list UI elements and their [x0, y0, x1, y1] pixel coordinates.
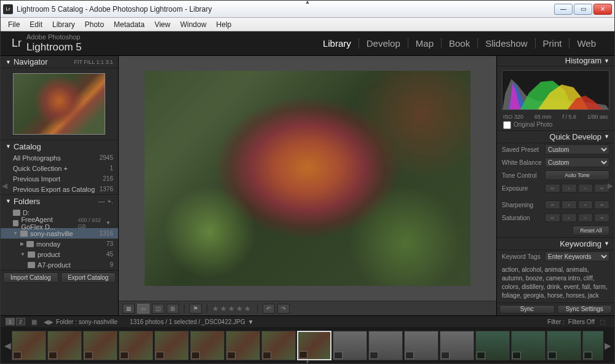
loupe-view[interactable] — [119, 56, 496, 301]
folders-header[interactable]: ▼Folders―+. — [1, 195, 118, 207]
thumb[interactable] — [582, 331, 603, 360]
filter-state[interactable]: Filters Off — [568, 318, 595, 325]
original-photo-check[interactable]: Original Photo — [497, 120, 614, 130]
catalog-header[interactable]: ▼Catalog — [1, 140, 118, 152]
menu-edit[interactable]: Edit — [25, 19, 47, 30]
menu-photo[interactable]: Photo — [80, 19, 109, 30]
module-library[interactable]: Library — [315, 38, 359, 49]
navigator-header[interactable]: ▼ Navigator FIT FILL 1:1 3:1 — [1, 56, 118, 68]
menu-library[interactable]: Library — [47, 19, 80, 30]
filmstrip-right-arrow[interactable]: ▶ — [603, 331, 612, 360]
thumb[interactable] — [190, 331, 224, 360]
exposure-dec[interactable]: ‹ — [561, 184, 577, 192]
sat-dec[interactable]: ‹ — [561, 213, 577, 222]
catalog-previous-import[interactable]: Previous Import216 — [1, 173, 118, 184]
thumb-selected[interactable] — [297, 331, 331, 360]
module-web[interactable]: Web — [569, 38, 603, 49]
thumb[interactable] — [475, 331, 510, 360]
thumb[interactable] — [119, 331, 153, 360]
filter-lock-icon[interactable]: ⬚ — [598, 318, 606, 325]
sharp-dec[interactable]: ‹ — [561, 200, 577, 209]
catalog-quick-collection[interactable]: Quick Collection +1 — [1, 163, 118, 173]
rotate-ccw-button[interactable]: ↶ — [263, 304, 275, 314]
navigator-title: Navigator — [14, 57, 48, 66]
menu-file[interactable]: File — [3, 19, 25, 30]
histogram-header[interactable]: Histogram▼ — [497, 56, 614, 66]
thumb[interactable] — [154, 331, 189, 360]
maximize-button[interactable]: ▭ — [574, 4, 592, 15]
sat-dec2[interactable]: ‹‹ — [545, 213, 560, 222]
thumb[interactable] — [368, 331, 403, 360]
folder-monday[interactable]: ▶monday73 — [1, 239, 118, 249]
thumb[interactable] — [261, 331, 296, 360]
menu-help[interactable]: Help — [212, 19, 237, 30]
exposure-inc[interactable]: › — [578, 184, 593, 192]
module-print[interactable]: Print — [536, 38, 570, 49]
flag-button[interactable]: ⚑ — [189, 304, 202, 314]
thumb[interactable] — [404, 331, 438, 360]
keywording-header[interactable]: Keywording▼ — [497, 238, 614, 250]
exposure-dec2[interactable]: ‹‹ — [545, 184, 560, 192]
filmstrip-left-arrow[interactable]: ◀ — [3, 331, 12, 360]
minimize-button[interactable]: ― — [554, 4, 573, 15]
thumb[interactable] — [226, 331, 260, 360]
thumb[interactable] — [47, 331, 82, 360]
module-develop[interactable]: Develop — [359, 38, 408, 49]
catalog-previous-export[interactable]: Previous Export as Catalog1376 — [1, 184, 118, 194]
menu-metadata[interactable]: Metadata — [109, 19, 149, 30]
back-icon[interactable]: ◀▶ — [45, 318, 52, 325]
bottom-panel-grip[interactable]: ▼ — [305, 359, 311, 363]
catalog-all-photos[interactable]: All Photographs2945 — [1, 152, 118, 163]
compare-view-button[interactable]: ◫ — [152, 304, 164, 314]
folder-icon — [28, 262, 35, 268]
close-button[interactable]: ✕ — [593, 4, 612, 15]
sync-button[interactable]: Sync — [499, 305, 555, 314]
rotate-cw-button[interactable]: ↷ — [277, 304, 290, 314]
monitor-1-badge[interactable]: 1 — [6, 318, 15, 325]
right-panel-toggle[interactable]: ▶ — [608, 181, 613, 190]
rating-stars[interactable]: ★★★★★ — [212, 304, 252, 313]
folder-sony-nashville[interactable]: ▼sony-nashville1316 — [1, 228, 118, 239]
thumb[interactable] — [333, 331, 367, 360]
sync-settings-button[interactable]: Sync Settings — [557, 305, 613, 314]
sharp-dec2[interactable]: ‹‹ — [545, 200, 560, 209]
left-panel-toggle[interactable]: ◀ — [2, 181, 7, 190]
navigator-preview[interactable] — [1, 68, 118, 140]
reset-all-button[interactable]: Reset All — [573, 226, 609, 235]
keyword-list[interactable]: action, alcohol, animal, animals, autumn… — [497, 263, 614, 303]
import-catalog-button[interactable]: Import Catalog — [3, 272, 58, 283]
export-catalog-button[interactable]: Export Catalog — [61, 272, 116, 283]
filmstrip-path[interactable]: Folder : sony-nashville — [56, 318, 117, 325]
grid-icon[interactable]: ▦ — [30, 318, 38, 325]
sharp-inc2[interactable]: ›› — [594, 200, 609, 209]
saved-preset-select[interactable]: Custom — [545, 144, 609, 154]
navigator-zoom-opts[interactable]: FIT FILL 1:1 3:1 — [74, 59, 113, 65]
thumb[interactable] — [83, 331, 117, 360]
thumb[interactable] — [12, 331, 46, 360]
menu-view[interactable]: View — [149, 19, 175, 30]
module-map[interactable]: Map — [408, 38, 442, 49]
loupe-view-button[interactable]: ▭ — [137, 304, 149, 314]
module-slideshow[interactable]: Slideshow — [478, 38, 535, 49]
grid-view-button[interactable]: ▦ — [122, 304, 135, 314]
keyword-tags-select[interactable]: Enter Keywords — [545, 251, 609, 261]
survey-view-button[interactable]: ⊞ — [167, 304, 179, 314]
folder-a7-product[interactable]: A7-product9 — [1, 259, 118, 270]
quick-develop-header[interactable]: Quick Develop▼ — [497, 131, 614, 143]
sharp-inc[interactable]: › — [578, 200, 593, 209]
sat-inc[interactable]: › — [578, 213, 593, 222]
sat-inc2[interactable]: ›› — [594, 213, 609, 222]
white-balance-select[interactable]: Custom — [545, 157, 609, 167]
module-book[interactable]: Book — [442, 38, 478, 49]
folder-product[interactable]: ▼product45 — [1, 249, 118, 259]
menu-window[interactable]: Window — [175, 19, 212, 30]
thumb[interactable] — [547, 331, 581, 360]
folder-drive-freeagent[interactable]: FreeAgent GoFlex D...450 / 932 GB▼ — [1, 218, 118, 228]
histogram-chart[interactable] — [502, 70, 609, 110]
tone-control-row: Tone ControlAuto Tone — [497, 169, 614, 182]
auto-tone-button[interactable]: Auto Tone — [545, 170, 609, 180]
drive-icon — [13, 210, 20, 216]
thumb[interactable] — [440, 331, 474, 360]
thumb[interactable] — [511, 331, 546, 360]
monitor-2-badge[interactable]: 2 — [16, 318, 25, 325]
